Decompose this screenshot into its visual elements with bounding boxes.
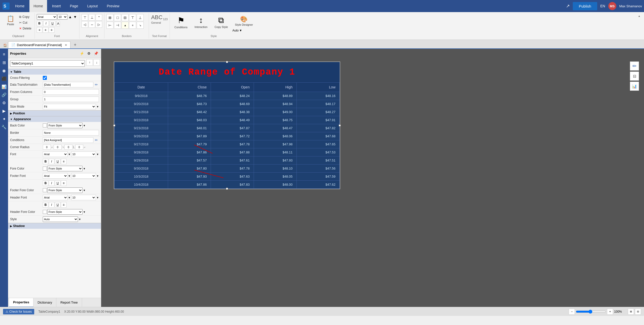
tab-home[interactable]: Home [29, 0, 47, 12]
appearance-section-header[interactable]: ▼ Appearance [8, 116, 101, 122]
bottom-tab-report-tree[interactable]: Report Tree [56, 298, 82, 307]
back-color-select[interactable]: From Style [47, 123, 83, 128]
rt-edit-btn[interactable]: ✏ [630, 61, 639, 71]
delete-button[interactable]: ✕ Delete [18, 26, 32, 31]
corner-tl-input[interactable] [43, 145, 51, 150]
footer-fore-color-swatch[interactable] [43, 188, 47, 192]
footer-italic-button[interactable]: I [49, 180, 54, 186]
style-select[interactable]: Auto [43, 216, 78, 222]
shadow-section-header[interactable]: ▶ Shadow [8, 223, 101, 229]
properties-lightning-btn[interactable]: ⚡ [79, 50, 85, 56]
footer-font-family-select[interactable]: Arial [43, 173, 68, 179]
border-top-btn[interactable]: ⊤ [129, 14, 136, 21]
font-size-prop-select[interactable]: 10 [71, 151, 96, 157]
align-top-icon[interactable]: ⊤ [82, 14, 88, 21]
border-left-btn[interactable]: ⊢ [106, 22, 113, 29]
font-family-select[interactable]: Arial [37, 14, 57, 20]
ribbon-collapse-button[interactable]: ▲ [637, 14, 641, 18]
align-bottom-icon[interactable]: ⌃ [96, 14, 102, 21]
border-color-btn[interactable]: ≡ [129, 22, 136, 29]
resize-handle-right[interactable] [339, 124, 341, 126]
tab-preview[interactable]: Preview [103, 0, 123, 12]
border-right-btn[interactable]: ⊣ [114, 22, 121, 29]
align-left-icon[interactable]: ≡ [37, 27, 42, 33]
font-bold-button[interactable]: B [43, 159, 48, 164]
frozen-columns-input[interactable] [43, 89, 99, 95]
rt-filter-btn[interactable]: ⊟ [630, 72, 639, 81]
sidebar-icon-grid[interactable]: ⊞ [1, 59, 8, 66]
data-transformation-input[interactable] [43, 82, 93, 87]
border-expand-btn[interactable]: ↘ [137, 22, 144, 29]
footer-fore-color-select[interactable]: From Style [47, 187, 83, 193]
fore-color-swatch[interactable] [43, 167, 47, 171]
resize-handle-top[interactable] [226, 61, 228, 63]
tab-layout[interactable]: Layout [83, 0, 102, 12]
user-avatar[interactable]: MS [608, 2, 616, 10]
cross-filtering-checkbox[interactable] [43, 76, 47, 80]
corner-tr-input[interactable] [54, 145, 62, 150]
zoom-slider[interactable] [576, 310, 606, 314]
language-selector[interactable]: EN [600, 4, 605, 8]
conditions-button[interactable]: ⚑ Conditions [172, 14, 190, 30]
actual-size-button[interactable]: ⊟ [635, 309, 641, 315]
properties-gear-btn[interactable]: ⚙ [86, 50, 92, 56]
font-color-button[interactable]: A [56, 21, 60, 26]
add-tab-button[interactable]: + [71, 41, 79, 48]
group-input[interactable] [43, 96, 99, 102]
footer-strikethrough-button[interactable]: ≡ [61, 180, 66, 186]
font-strikethrough-button[interactable]: ≡ [61, 159, 66, 164]
style-auto-dropdown[interactable]: Auto ▼ [233, 29, 256, 32]
tab-file[interactable]: Home [11, 0, 28, 12]
size-mode-select[interactable]: Fit [43, 104, 96, 109]
style-designer-button[interactable]: 🎨 Style Designer [233, 14, 256, 28]
border-inner-btn[interactable]: ⊟ [122, 14, 129, 21]
paste-button[interactable]: 📋 Paste [4, 14, 17, 27]
interaction-button[interactable]: ↕ Interaction [192, 14, 210, 30]
sort-descending-button[interactable]: ↓ [93, 59, 100, 66]
cut-button[interactable]: ✂ Cut [18, 20, 32, 25]
font-family-prop-select[interactable]: Arial [43, 151, 68, 157]
fit-page-button[interactable]: ⊞ [628, 309, 634, 315]
check-issues-button[interactable]: ⚠ Check for Issues [3, 309, 34, 314]
resize-handle-bottom[interactable] [226, 188, 228, 190]
sidebar-icon-tool[interactable]: 🔧 [1, 123, 8, 131]
component-select[interactable]: TableCompany1 [10, 60, 85, 67]
position-section-header[interactable]: ▶ Position [8, 110, 101, 116]
publish-button[interactable]: Publish [573, 2, 597, 10]
align-middle-icon[interactable]: ⊥ [89, 14, 95, 21]
table-section-header[interactable]: ▼ Table [8, 69, 101, 75]
footer-underline-button[interactable]: U [55, 180, 60, 186]
text-align-center-icon[interactable]: ↔ [89, 21, 95, 28]
footer-font-size-select[interactable]: 10 [71, 173, 96, 179]
font-size-select[interactable]: 10 [57, 14, 67, 20]
underline-button[interactable]: U [50, 21, 55, 26]
text-align-left-icon[interactable]: ◁ [82, 21, 88, 28]
sidebar-icon-gear[interactable]: ⚙ [1, 99, 8, 106]
sort-ascending-button[interactable]: ↑ [86, 59, 93, 66]
data-transformation-edit-btn[interactable]: ✏ [94, 82, 99, 87]
sidebar-icon-link[interactable]: 🔗 [1, 91, 8, 98]
rt-chart-btn[interactable]: 📊 [630, 82, 639, 91]
table-widget[interactable]: Date Range of Company 1 Date Close Open … [114, 61, 340, 189]
copy-style-button[interactable]: ⧉ Copy Style [212, 14, 230, 30]
font-italic-button[interactable]: I [49, 159, 54, 164]
zoom-minus-button[interactable]: − [569, 309, 575, 315]
copy-button[interactable]: ⧉ Copy [18, 14, 32, 20]
bold-button[interactable]: B [37, 21, 42, 26]
zoom-plus-button[interactable]: + [607, 309, 613, 315]
align-center-icon[interactable]: ≡ [43, 27, 48, 33]
share-icon[interactable]: ↗ [566, 3, 570, 9]
border-input[interactable] [43, 130, 99, 136]
corner-bl-input[interactable] [64, 145, 72, 150]
italic-button[interactable]: I [43, 21, 49, 26]
font-size-down-icon[interactable]: ▼ [73, 14, 78, 19]
sidebar-icon-star[interactable]: ✦ [1, 115, 8, 122]
footer-bold-button[interactable]: B [43, 180, 48, 186]
sidebar-icon-square[interactable]: ⬛ [1, 75, 8, 82]
header-bold-button[interactable]: B [43, 202, 48, 208]
tab-close-icon[interactable]: ✕ [65, 43, 67, 47]
header-font-family-select[interactable]: Arial [43, 195, 68, 200]
back-color-swatch[interactable] [43, 123, 47, 127]
bottom-tab-properties[interactable]: Properties [9, 298, 33, 307]
sidebar-icon-chart[interactable]: 📊 [1, 83, 8, 90]
